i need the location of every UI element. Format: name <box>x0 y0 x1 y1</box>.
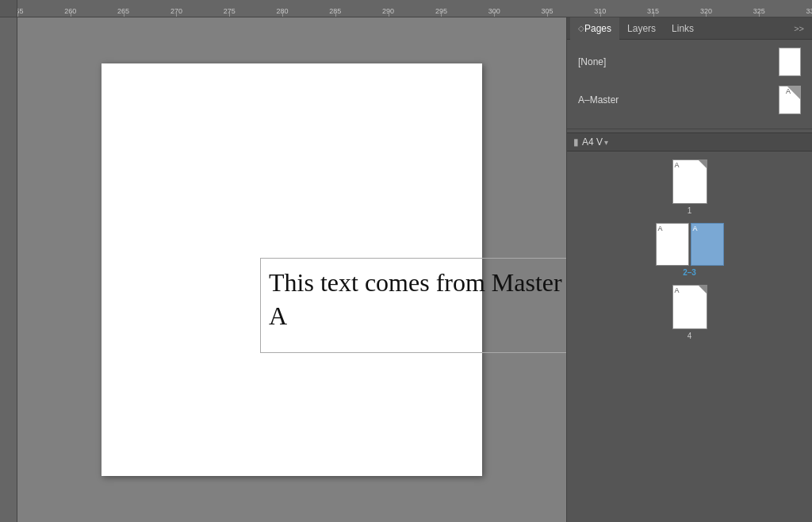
ruler-ticks: 2552602652702752802852902953003053103153… <box>17 0 812 17</box>
canvas-page: This text comes from Master A <box>102 63 482 476</box>
page-4-group[interactable]: A 4 <box>672 285 707 340</box>
spread-page-2[interactable]: A <box>656 223 689 266</box>
tab-pages-label: Pages <box>584 23 611 34</box>
master-a-label: A–Master <box>578 94 777 106</box>
master-none-item[interactable]: [None] <box>573 44 806 79</box>
ruler-line-260 <box>71 12 71 17</box>
vertical-ruler <box>0 17 17 522</box>
ruler-line-300 <box>494 12 495 17</box>
expand-icon: >> <box>794 24 804 33</box>
page-1-corner-fold <box>699 160 707 168</box>
page-4-master-letter: A <box>675 286 680 294</box>
master-none-label: [None] <box>578 56 774 67</box>
spread-2-3-thumb[interactable]: A A <box>656 223 724 266</box>
main-area: This text comes from Master A Pages Laye… <box>0 17 812 522</box>
spread-2-3-group[interactable]: A A 2–3 <box>656 223 724 277</box>
ruler-line-255 <box>17 12 18 17</box>
pages-format-dropdown[interactable]: ▾ <box>604 138 608 147</box>
spread-2-3-label: 2–3 <box>683 268 696 277</box>
ruler-line-275 <box>229 12 230 17</box>
tab-layers-label: Layers <box>627 23 656 34</box>
ruler-line-310 <box>600 12 601 17</box>
spread-page-3-master-letter: A <box>693 225 698 232</box>
ruler-line-285 <box>335 12 336 17</box>
ruler-line-325 <box>759 12 760 17</box>
ruler-number-330: 330 <box>806 7 812 15</box>
ruler-bar: 2552602652702752802852902953003053103153… <box>0 0 812 17</box>
pages-toolbar-icon: ▮ <box>573 136 579 148</box>
tab-layers[interactable]: Layers <box>619 17 664 40</box>
ruler-line-305 <box>547 12 548 17</box>
canvas-area[interactable]: This text comes from Master A <box>17 17 566 522</box>
ruler-line-295 <box>441 12 442 17</box>
spread-page-2-master-letter: A <box>658 225 663 232</box>
ruler-number-255: 255 <box>17 7 24 15</box>
master-a-item[interactable]: A–Master A <box>573 83 806 117</box>
horizontal-ruler: 2552602652702752802852902953003053103153… <box>17 0 812 17</box>
pages-format-label: A4 V <box>582 136 603 148</box>
tab-links-label: Links <box>672 23 694 34</box>
ruler-line-270 <box>176 12 177 17</box>
ruler-corner <box>0 0 17 17</box>
masters-section: [None] A–Master A <box>567 40 812 125</box>
panel-tabs: Pages Layers Links >> <box>567 17 812 40</box>
master-a-letter: A <box>786 87 791 95</box>
spread-page-3[interactable]: A <box>691 223 724 266</box>
tab-links[interactable]: Links <box>664 17 702 40</box>
master-a-thumb: A <box>779 86 801 114</box>
tab-pages[interactable]: Pages <box>570 17 619 40</box>
page-1-group[interactable]: A 1 <box>672 159 707 215</box>
ruler-line-290 <box>389 12 389 17</box>
page-1-master-letter: A <box>675 161 680 169</box>
text-frame[interactable]: This text comes from Master A <box>260 258 566 353</box>
ruler-line-280 <box>282 12 283 17</box>
panel-divider <box>567 129 812 129</box>
page-4-corner-fold <box>699 286 707 294</box>
ruler-line-320 <box>706 12 707 17</box>
text-frame-content: This text comes from Master A <box>269 267 566 332</box>
page-1-thumb[interactable]: A <box>672 159 707 204</box>
page-thumbnails: A 1 A A 2–3 <box>567 152 812 348</box>
page-4-thumb[interactable]: A <box>672 285 707 329</box>
pages-toolbar: ▮ A4 V ▾ <box>567 132 812 152</box>
panel-expand-button[interactable]: >> <box>789 21 809 36</box>
ruler-line-315 <box>653 12 654 17</box>
page-1-label: 1 <box>688 206 692 215</box>
panel-content[interactable]: [None] A–Master A ▮ A4 V ▾ <box>567 40 812 522</box>
page-4-label: 4 <box>688 332 692 340</box>
master-none-thumb <box>779 48 801 76</box>
ruler-line-265 <box>124 12 124 17</box>
right-panel: Pages Layers Links >> [None] <box>566 17 812 522</box>
